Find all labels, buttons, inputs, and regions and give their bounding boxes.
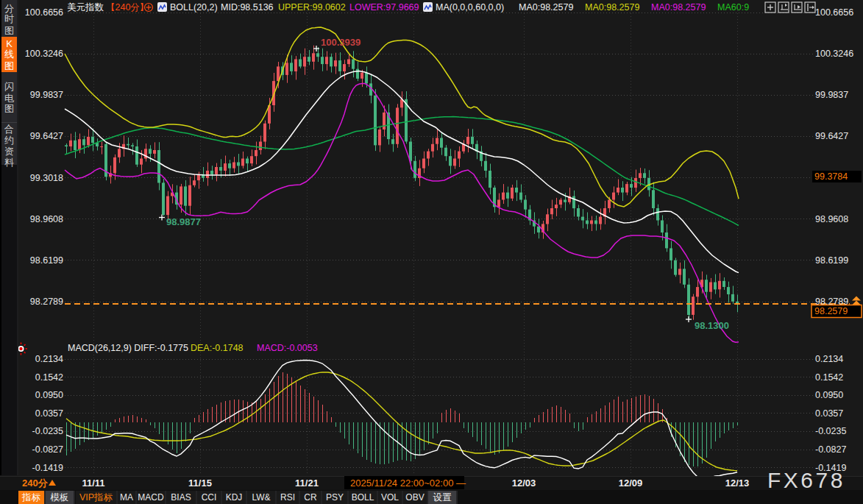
svg-text:VOL: VOL [381, 492, 399, 503]
svg-text:BIAS: BIAS [171, 492, 191, 503]
svg-text:VIP指标: VIP指标 [79, 492, 113, 503]
svg-text:12/09: 12/09 [619, 478, 643, 489]
svg-text:-0.0827: -0.0827 [32, 444, 63, 455]
svg-text:LOWER:97.9669: LOWER:97.9669 [349, 2, 419, 13]
svg-text:98.6199: 98.6199 [815, 255, 848, 266]
svg-text:料: 料 [4, 157, 14, 168]
svg-text:98.9608: 98.9608 [30, 214, 63, 224]
svg-text:MACD(26,12,9) DIFF:-0.1775: MACD(26,12,9) DIFF:-0.1775 [68, 343, 188, 353]
svg-text:资: 资 [4, 146, 14, 157]
svg-text:99.3018: 99.3018 [30, 173, 63, 183]
svg-text:98.1300: 98.1300 [695, 320, 729, 331]
svg-text:MID:98.5136: MID:98.5136 [221, 2, 274, 13]
svg-text:100.6656: 100.6656 [25, 7, 63, 18]
svg-text:11/11: 11/11 [82, 478, 104, 489]
svg-text:-0.1419: -0.1419 [32, 463, 63, 473]
svg-text:0.2134: 0.2134 [35, 354, 63, 364]
svg-text:98.2789: 98.2789 [30, 297, 63, 307]
svg-text:98.9608: 98.9608 [815, 214, 848, 224]
svg-text:时: 时 [4, 13, 14, 24]
svg-text:99.9837: 99.9837 [30, 90, 63, 100]
svg-text:CR: CR [304, 492, 317, 503]
svg-text:0.1542: 0.1542 [815, 372, 843, 383]
svg-text:2025/11/24 22:00~02:00 —: 2025/11/24 22:00~02:00 — [350, 478, 466, 489]
svg-text:图: 图 [4, 103, 14, 114]
svg-text:MA: MA [120, 492, 133, 503]
svg-text:PSY: PSY [326, 492, 344, 503]
svg-text:240分: 240分 [22, 478, 49, 489]
svg-text:K: K [6, 38, 13, 49]
svg-text:BOLL(20,2): BOLL(20,2) [170, 2, 218, 13]
svg-text:0.0357: 0.0357 [815, 408, 843, 419]
svg-text:DEA:-0.1748: DEA:-0.1748 [191, 343, 244, 353]
svg-text:99.6427: 99.6427 [30, 131, 63, 141]
svg-text:100.3246: 100.3246 [815, 49, 853, 59]
svg-text:MA0:98.2579: MA0:98.2579 [519, 2, 573, 13]
svg-text:合: 合 [4, 124, 14, 135]
svg-text:99.6427: 99.6427 [815, 131, 848, 141]
svg-text:100.3939: 100.3939 [321, 37, 361, 48]
svg-text:MA(0,0,0,60,0,0): MA(0,0,0,60,0,0) [436, 2, 504, 13]
svg-text:CCI: CCI [202, 492, 217, 503]
svg-text:0.0357: 0.0357 [35, 408, 63, 419]
svg-text:【240分】: 【240分】 [106, 2, 149, 13]
svg-text:约: 约 [4, 135, 14, 146]
svg-text:BOLL: BOLL [352, 492, 374, 503]
svg-text:UPPER:99.0602: UPPER:99.0602 [278, 2, 346, 13]
svg-text:12/03: 12/03 [512, 478, 536, 489]
svg-text:MA60:9: MA60:9 [717, 2, 749, 13]
svg-text:100.6656: 100.6656 [815, 7, 853, 18]
svg-text:MACD: MACD [138, 492, 164, 503]
svg-text:99.9837: 99.9837 [815, 90, 848, 100]
svg-text:0.1542: 0.1542 [35, 372, 63, 383]
svg-text:闪: 闪 [4, 81, 14, 92]
svg-text:RSI: RSI [280, 492, 295, 503]
svg-text:FX678: FX678 [767, 468, 845, 492]
svg-text:MA0:98.2579: MA0:98.2579 [651, 2, 706, 13]
svg-text:-0.0235: -0.0235 [32, 426, 63, 436]
svg-text:0.0950: 0.0950 [35, 390, 63, 400]
svg-text:LW&: LW& [252, 492, 270, 503]
svg-text:-0.0827: -0.0827 [815, 444, 846, 455]
svg-text:KDJ: KDJ [226, 492, 243, 503]
svg-text:100.3246: 100.3246 [25, 49, 63, 59]
svg-text:MA0:98.2579: MA0:98.2579 [585, 2, 639, 13]
svg-text:分: 分 [4, 3, 14, 14]
svg-text:99.3784: 99.3784 [814, 171, 848, 182]
svg-text:指标: 指标 [21, 492, 41, 503]
svg-text:OBV: OBV [405, 492, 424, 503]
svg-text:设置: 设置 [433, 492, 452, 503]
svg-text:模板: 模板 [50, 492, 69, 503]
svg-text:MACD:-0.0053: MACD:-0.0053 [257, 343, 318, 353]
svg-text:电: 电 [4, 93, 14, 104]
svg-text:图: 图 [4, 25, 14, 36]
svg-text:-0.0235: -0.0235 [815, 426, 846, 436]
svg-text:98.9877: 98.9877 [166, 216, 201, 227]
svg-text:12/13: 12/13 [725, 478, 750, 489]
svg-text:美元指数: 美元指数 [67, 2, 104, 13]
svg-text:11/21: 11/21 [295, 478, 319, 489]
svg-text:98.2579: 98.2579 [814, 306, 848, 316]
svg-text:11/15: 11/15 [188, 478, 212, 489]
svg-text:0.2134: 0.2134 [815, 354, 843, 364]
svg-text:98.6199: 98.6199 [30, 255, 63, 266]
svg-text:0.0950: 0.0950 [815, 390, 843, 400]
svg-text:图: 图 [4, 60, 14, 71]
svg-text:线: 线 [4, 49, 14, 60]
